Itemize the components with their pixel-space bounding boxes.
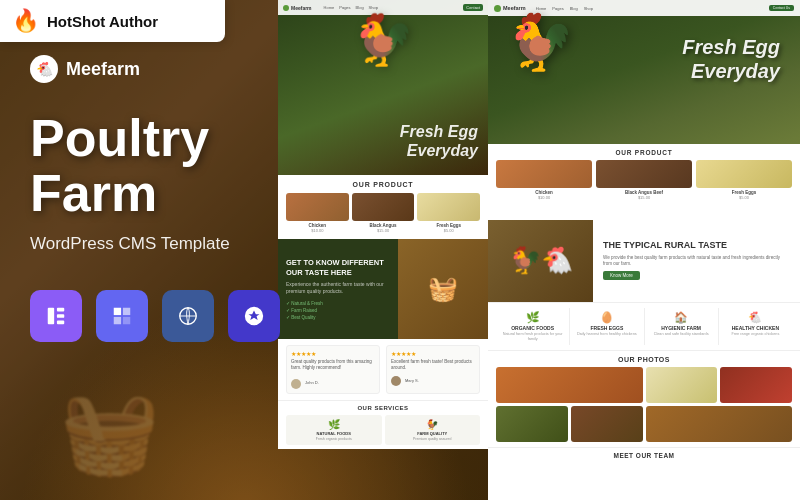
revolution-icon[interactable] [228,290,280,342]
rp-stat-icon-chicken: 🐔 [721,311,790,324]
svg-rect-2 [57,314,64,318]
rp-chicken-illustration: 🐓 [506,10,575,75]
hotshot-logo-icon: 🔥 [12,8,39,34]
rp-stat-name-chicken: HEALTHY CHICKEN [721,325,790,331]
cp-prod-price-2: $15.00 [352,228,415,233]
cp-nav-cta[interactable]: Contact [463,4,483,11]
meefarm-logo: 🐔 Meefarm [30,55,280,83]
rp-stat-desc-farm: Clean and safe facility standards [647,332,716,337]
cp-serv-icon-2: 🐓 [387,419,479,430]
cp-services-title: OUR SERVICES [286,405,480,411]
center-website-preview: Meefarm Home Pages Blog Shop Contact 🐓 F… [278,0,488,500]
cp-logo-dot [283,5,289,11]
meefarm-logo-text: Meefarm [66,59,140,80]
cp-testimonial-2: ★★★★★ Excellent farm fresh taste! Best p… [386,345,480,394]
rp-rural-image: 🐓🐔 [488,218,593,302]
cp-product-eggs: Fresh Eggs $5.00 [417,193,480,233]
cp-prod-img-beef [352,193,415,221]
cp-serv-name-2: FARM QUALITY [387,431,479,436]
main-title: Poultry Farm [30,111,280,220]
svg-rect-1 [57,308,64,312]
rp-stat-desc-eggs: Daily harvest from healthy chickens [572,332,641,337]
rp-stat-name-farm: HYGIENIC FARM [647,325,716,331]
cp-hero-section: Meefarm Home Pages Blog Shop Contact 🐓 F… [278,0,488,175]
rp-stat-eggs: 🥚 FRESH EGGS Daily harvest from healthy … [570,308,644,345]
cp-hero-text: Fresh Egg Everyday [400,122,478,160]
basket-emoji: 🧺 [60,386,160,480]
cp-product-beef: Black Angus $15.00 [352,193,415,233]
cp-prod-img-eggs [417,193,480,221]
rp-stat-icon-eggs: 🥚 [572,311,641,324]
rp-product-3: Fresh Eggs $5.00 [696,160,792,200]
svg-rect-0 [48,308,54,325]
cp-nav-blog: Blog [356,5,364,10]
rp-hero-heading: Fresh Egg Everyday [682,35,780,83]
cp-products-row: Chicken $10.00 Black Angus $15.00 Fresh … [286,193,480,233]
rp-stat-icon-organic: 🌿 [498,311,567,324]
rp-logo-dot [494,5,501,12]
rp-products-bar: OUR PRODUCT Chicken $10.00 Black Angus B… [488,144,800,220]
cp-test-text-1: Great quality products from this amazing… [291,359,375,372]
brand-name: HotShot Author [47,13,158,30]
rp-hero-text: Fresh Egg Everyday [682,35,780,83]
rp-photos-grid [496,367,792,442]
rp-team-section: MEET OUR TEAM [488,447,800,463]
rp-rural-section: 🐓🐔 THE TYPICAL RURAL TASTE We provide th… [488,218,800,303]
cp-avatar-1 [291,379,301,389]
cp-taste-left: GET TO KNOW DIFFERENT OUR TASTE HERE Exp… [278,239,398,339]
rp-products-items: Chicken $10.00 Black Angus Beef $15.00 F… [496,160,792,200]
rp-product-1: Chicken $10.00 [496,160,592,200]
rp-prod-price-1: $10.00 [496,195,592,200]
topbar: 🔥 HotShot Author [0,0,225,42]
wordpress-icon[interactable] [162,290,214,342]
rp-stat-farm: 🏠 HYGIENIC FARM Clean and safe facility … [645,308,719,345]
rp-rural-btn[interactable]: Know More [603,271,640,280]
cp-product-chicken: Chicken $10.00 [286,193,349,233]
rp-product-2: Black Angus Beef $15.00 [596,160,692,200]
svg-rect-3 [57,321,64,325]
rp-prod-price-3: $5.00 [696,195,792,200]
rp-stat-icon-farm: 🏠 [647,311,716,324]
cp-stars-2: ★★★★★ [391,350,475,357]
cp-testimonial-1: ★★★★★ Great quality products from this a… [286,345,380,394]
elementor-icon[interactable] [30,290,82,342]
cp-service-natural: 🌿 NATURAL FOODS Fresh organic products [286,415,382,446]
rp-nav-shop: Shop [584,6,593,11]
plugin-icons-row [30,290,280,342]
ultraframework-icon[interactable] [96,290,148,342]
rp-photo-5 [571,406,643,442]
cp-services-section: OUR SERVICES 🌿 NATURAL FOODS Fresh organ… [278,400,488,450]
rp-rural-content: THE TYPICAL RURAL TASTE We provide the b… [593,218,800,302]
rp-stat-name-eggs: FRESH EGGS [572,325,641,331]
cp-prod-price-3: $5.00 [417,228,480,233]
chickens-emoji: 🐓🐔 [509,245,573,276]
rp-rural-title: THE TYPICAL RURAL TASTE [603,240,790,252]
cp-nav-logo: Meefarm [283,5,312,11]
cp-serv-icon-1: 🌿 [288,419,380,430]
cp-test-text-2: Excellent farm fresh taste! Best product… [391,359,475,372]
rp-photo-4 [496,406,568,442]
right-panel-top: Meefarm Home Pages Blog Shop Contact Us … [488,0,800,220]
cp-serv-desc-2: Premium quality assured [387,437,479,442]
cp-products-title: OUR PRODUCT [286,181,480,188]
cp-prod-price-1: $10.00 [286,228,349,233]
rp-stat-organic: 🌿 ORGANIC FOODS Natural farm fresh produ… [496,308,570,345]
cp-testimonials-section: ★★★★★ Great quality products from this a… [278,339,488,400]
rp-photo-6 [646,406,793,442]
rp-stats-row: 🌿 ORGANIC FOODS Natural farm fresh produ… [488,303,800,351]
cp-services-row: 🌿 NATURAL FOODS Fresh organic products 🐓… [286,415,480,446]
cp-serv-name-1: NATURAL FOODS [288,431,380,436]
subtitle: WordPress CMS Template [30,234,280,254]
rp-photo-1 [496,367,643,403]
cp-prod-img-chicken [286,193,349,221]
cp-products-section: OUR PRODUCT Chicken $10.00 Black Angus $… [278,175,488,239]
rp-prod-price-2: $15.00 [596,195,692,200]
rp-photos-title: OUR PHOTOS [496,356,792,363]
rp-nav-cta[interactable]: Contact Us [769,5,794,11]
cp-nav-home: Home [324,5,335,10]
rp-stat-desc-chicken: Free range organic chickens [721,332,790,337]
rp-prod-img-1 [496,160,592,188]
rp-prod-img-3 [696,160,792,188]
chicken-illustration: 🐓 [352,15,414,65]
chicken-logo-icon: 🐔 [30,55,58,83]
